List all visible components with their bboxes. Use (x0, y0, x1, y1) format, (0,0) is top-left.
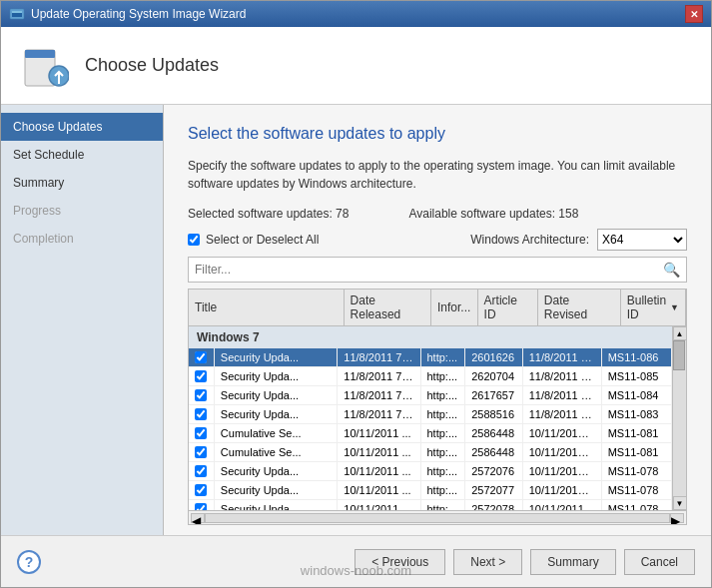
search-icon: 🔍 (663, 262, 680, 278)
col-date-released[interactable]: Date Released (345, 290, 431, 325)
row-checkbox[interactable] (195, 351, 207, 363)
col-bulletin-id[interactable]: Bulletin ID ▼ (621, 290, 686, 325)
main-panel: Select the software updates to apply Spe… (164, 105, 711, 535)
row-date: 10/11/2011 ... (338, 462, 420, 480)
description: Specify the software updates to apply to… (188, 157, 687, 193)
hscroll-left-button[interactable]: ◀ (191, 513, 205, 523)
row-title: Security Upda... (215, 348, 338, 366)
previous-button[interactable]: < Previous (355, 549, 445, 575)
row-checkbox[interactable] (195, 427, 207, 439)
row-article: 2588516 (465, 405, 523, 423)
table-row[interactable]: Cumulative Se... 10/11/2011 ... http:...… (189, 424, 672, 443)
window-title: Update Operating System Image Wizard (31, 7, 246, 21)
row-checkbox[interactable] (195, 484, 207, 496)
row-title: Security Upda... (215, 462, 338, 480)
table-header: Title Date Released Infor... Article ID … (189, 290, 686, 326)
table-scroll[interactable]: Windows 7 Security Upda... 11/8/2011 7:.… (189, 326, 672, 510)
row-checkbox[interactable] (195, 446, 207, 458)
scroll-track[interactable] (673, 340, 687, 496)
table-row[interactable]: Security Upda... 10/11/2011 ... http:...… (189, 462, 672, 481)
summary-button[interactable]: Summary (530, 549, 615, 575)
row-checkbox[interactable] (195, 465, 207, 477)
table-row[interactable]: Security Upda... 11/8/2011 7:... http:..… (189, 348, 672, 367)
selected-count-label: Selected software updates: 78 (188, 207, 349, 221)
col-title[interactable]: Title (189, 290, 345, 325)
row-title: Cumulative Se... (215, 424, 338, 442)
arch-row: Windows Architecture: X64 X86 ARM (470, 229, 687, 251)
row-date: 10/11/2011 ... (338, 443, 420, 461)
table-row[interactable]: Security Upda... 10/11/2011 ... http:...… (189, 481, 672, 500)
help-button[interactable]: ? (17, 550, 41, 574)
row-bulletin: MS11-086 (602, 348, 672, 366)
row-date: 10/11/2011 ... (338, 481, 420, 499)
row-revised: 11/8/2011 7... (523, 386, 602, 404)
row-checkbox[interactable] (195, 370, 207, 382)
arch-select[interactable]: X64 X86 ARM (597, 229, 687, 251)
row-info: http:... (421, 348, 466, 366)
next-button[interactable]: Next > (453, 549, 522, 575)
footer-bar: ? < Previous Next > Summary Cancel (1, 535, 711, 587)
select-all-row: Select or Deselect All (188, 233, 319, 247)
row-date: 11/8/2011 7:... (338, 386, 420, 404)
row-revised: 11/8/2011 7... (523, 348, 602, 366)
col-article-id[interactable]: Article ID (478, 290, 538, 325)
row-article: 2572076 (465, 462, 523, 480)
row-bulletin: MS11-084 (602, 386, 672, 404)
row-info: http:... (421, 386, 466, 404)
col-info[interactable]: Infor... (431, 290, 478, 325)
select-all-checkbox[interactable] (188, 234, 200, 246)
row-article: 2601626 (465, 348, 523, 366)
filter-arch-row: Select or Deselect All Windows Architect… (188, 229, 687, 251)
row-title: Security Upda... (215, 405, 338, 423)
available-count-label: Available software updates: 158 (408, 207, 578, 221)
row-revised: 10/11/2011 ... (523, 443, 602, 461)
row-article: 2620704 (465, 367, 523, 385)
svg-rect-4 (25, 50, 55, 58)
table-row[interactable]: Cumulative Se... 10/11/2011 ... http:...… (189, 443, 672, 462)
cancel-button[interactable]: Cancel (624, 549, 695, 575)
scroll-thumb[interactable] (673, 340, 685, 370)
horizontal-scrollbar[interactable]: ◀ ▶ (189, 510, 686, 524)
row-info: http:... (421, 405, 466, 423)
close-button[interactable]: ✕ (685, 5, 703, 23)
header-icon (21, 42, 69, 90)
row-article: 2617657 (465, 386, 523, 404)
arch-label: Windows Architecture: (470, 233, 589, 247)
table-row[interactable]: Security Upda... 11/8/2011 7:... http:..… (189, 405, 672, 424)
row-article: 2572078 (465, 500, 523, 510)
row-title: Security Upda... (215, 386, 338, 404)
sidebar-item-summary[interactable]: Summary (1, 169, 163, 197)
scroll-down-button[interactable]: ▼ (673, 496, 687, 510)
sidebar-item-set-schedule[interactable]: Set Schedule (1, 141, 163, 169)
row-checkbox[interactable] (195, 408, 207, 420)
row-revised: 10/11/2011 ... (523, 481, 602, 499)
row-checkbox[interactable] (195, 389, 207, 401)
sidebar-item-completion: Completion (1, 225, 163, 253)
row-bulletin: MS11-081 (602, 424, 672, 442)
svg-rect-2 (12, 11, 22, 13)
row-revised: 10/11/2011 (523, 500, 602, 510)
row-title: Security Upda... (215, 500, 338, 510)
table-row[interactable]: Security Upda... 11/8/2011 7:... http:..… (189, 367, 672, 386)
row-date: 11/8/2011 7:... (338, 348, 420, 366)
row-revised: 11/8/2011 7... (523, 405, 602, 423)
table-row[interactable]: Security Upda... 11/8/2011 7:... http:..… (189, 386, 672, 405)
footer-left: ? (17, 550, 41, 574)
hscroll-right-button[interactable]: ▶ (670, 513, 684, 523)
row-article: 2586448 (465, 443, 523, 461)
header-bar: Choose Updates (1, 27, 711, 105)
row-article: 2572077 (465, 481, 523, 499)
row-date: 10/11/2011 ... (338, 500, 420, 510)
scroll-up-button[interactable]: ▲ (673, 326, 687, 340)
filter-input[interactable] (195, 263, 663, 277)
vertical-scrollbar[interactable]: ▲ ▼ (672, 326, 686, 510)
col-date-revised[interactable]: Date Revised (538, 290, 621, 325)
main-title: Select the software updates to apply (188, 125, 687, 143)
row-checkbox[interactable] (195, 503, 207, 510)
stats-row: Selected software updates: 78 Available … (188, 207, 687, 221)
row-bulletin: MS11-083 (602, 405, 672, 423)
sidebar-item-choose-updates[interactable]: Choose Updates (1, 113, 163, 141)
window-icon (9, 6, 25, 22)
hscroll-track[interactable] (205, 513, 670, 523)
table-row[interactable]: Security Upda... 10/11/2011 ... http:...… (189, 500, 672, 510)
